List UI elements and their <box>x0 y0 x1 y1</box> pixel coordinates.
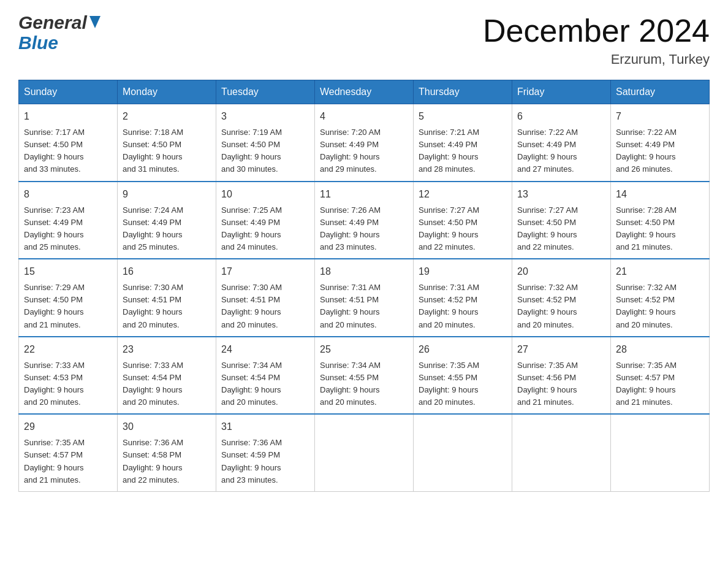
day-info: Sunrise: 7:35 AMSunset: 4:56 PMDaylight:… <box>517 361 578 407</box>
day-info: Sunrise: 7:33 AMSunset: 4:53 PMDaylight:… <box>24 361 85 407</box>
day-info: Sunrise: 7:34 AMSunset: 4:55 PMDaylight:… <box>320 361 381 407</box>
day-number: 3 <box>221 109 309 124</box>
day-info: Sunrise: 7:22 AMSunset: 4:49 PMDaylight:… <box>517 128 578 174</box>
day-number: 24 <box>221 342 309 357</box>
day-info: Sunrise: 7:36 AMSunset: 4:58 PMDaylight:… <box>123 438 183 484</box>
logo-blue-text: Blue <box>18 33 58 53</box>
day-info: Sunrise: 7:21 AMSunset: 4:49 PMDaylight:… <box>419 128 479 174</box>
table-row: 21 Sunrise: 7:32 AMSunset: 4:52 PMDaylig… <box>611 259 710 337</box>
col-thursday: Thursday <box>414 80 512 104</box>
calendar-header-row: Sunday Monday Tuesday Wednesday Thursday… <box>19 80 710 104</box>
svg-marker-0 <box>89 16 100 28</box>
table-row: 31 Sunrise: 7:36 AMSunset: 4:59 PMDaylig… <box>216 414 315 491</box>
day-info: Sunrise: 7:20 AMSunset: 4:49 PMDaylight:… <box>320 128 381 174</box>
table-row: 13 Sunrise: 7:27 AMSunset: 4:50 PMDaylig… <box>512 182 611 259</box>
col-sunday: Sunday <box>19 80 118 104</box>
table-row: 19 Sunrise: 7:31 AMSunset: 4:52 PMDaylig… <box>414 259 512 337</box>
table-row: 10 Sunrise: 7:25 AMSunset: 4:49 PMDaylig… <box>216 182 315 259</box>
table-row: 11 Sunrise: 7:26 AMSunset: 4:49 PMDaylig… <box>315 182 414 259</box>
calendar-table: Sunday Monday Tuesday Wednesday Thursday… <box>18 80 710 492</box>
day-info: Sunrise: 7:31 AMSunset: 4:52 PMDaylight:… <box>419 283 479 329</box>
table-row: 25 Sunrise: 7:34 AMSunset: 4:55 PMDaylig… <box>315 337 414 415</box>
week-row-4: 22 Sunrise: 7:33 AMSunset: 4:53 PMDaylig… <box>19 337 710 415</box>
table-row <box>315 414 414 491</box>
col-monday: Monday <box>118 80 216 104</box>
day-number: 11 <box>320 187 408 202</box>
day-info: Sunrise: 7:34 AMSunset: 4:54 PMDaylight:… <box>221 361 282 407</box>
day-info: Sunrise: 7:18 AMSunset: 4:50 PMDaylight:… <box>123 128 183 174</box>
day-info: Sunrise: 7:35 AMSunset: 4:57 PMDaylight:… <box>24 438 85 484</box>
table-row: 1 Sunrise: 7:17 AMSunset: 4:50 PMDayligh… <box>19 104 118 182</box>
day-info: Sunrise: 7:35 AMSunset: 4:55 PMDaylight:… <box>419 361 479 407</box>
table-row: 24 Sunrise: 7:34 AMSunset: 4:54 PMDaylig… <box>216 337 315 415</box>
day-number: 20 <box>517 264 605 279</box>
day-info: Sunrise: 7:26 AMSunset: 4:49 PMDaylight:… <box>320 205 381 251</box>
table-row: 23 Sunrise: 7:33 AMSunset: 4:54 PMDaylig… <box>118 337 216 415</box>
table-row: 20 Sunrise: 7:32 AMSunset: 4:52 PMDaylig… <box>512 259 611 337</box>
day-number: 25 <box>320 342 408 357</box>
week-row-5: 29 Sunrise: 7:35 AMSunset: 4:57 PMDaylig… <box>19 414 710 491</box>
table-row: 26 Sunrise: 7:35 AMSunset: 4:55 PMDaylig… <box>414 337 512 415</box>
day-number: 8 <box>24 187 112 202</box>
day-number: 26 <box>419 342 507 357</box>
table-row: 14 Sunrise: 7:28 AMSunset: 4:50 PMDaylig… <box>611 182 710 259</box>
table-row: 29 Sunrise: 7:35 AMSunset: 4:57 PMDaylig… <box>19 414 118 491</box>
day-info: Sunrise: 7:32 AMSunset: 4:52 PMDaylight:… <box>616 283 677 329</box>
day-number: 9 <box>123 187 211 202</box>
col-tuesday: Tuesday <box>216 80 315 104</box>
table-row: 28 Sunrise: 7:35 AMSunset: 4:57 PMDaylig… <box>611 337 710 415</box>
week-row-2: 8 Sunrise: 7:23 AMSunset: 4:49 PMDayligh… <box>19 182 710 259</box>
week-row-1: 1 Sunrise: 7:17 AMSunset: 4:50 PMDayligh… <box>19 104 710 182</box>
table-row: 5 Sunrise: 7:21 AMSunset: 4:49 PMDayligh… <box>414 104 512 182</box>
day-info: Sunrise: 7:17 AMSunset: 4:50 PMDaylight:… <box>24 128 85 174</box>
day-info: Sunrise: 7:30 AMSunset: 4:51 PMDaylight:… <box>123 283 183 329</box>
table-row <box>611 414 710 491</box>
logo: General Blue <box>18 12 100 53</box>
location: Erzurum, Turkey <box>483 52 710 67</box>
table-row: 3 Sunrise: 7:19 AMSunset: 4:50 PMDayligh… <box>216 104 315 182</box>
table-row <box>414 414 512 491</box>
col-saturday: Saturday <box>611 80 710 104</box>
day-info: Sunrise: 7:27 AMSunset: 4:50 PMDaylight:… <box>517 205 578 251</box>
day-number: 30 <box>123 419 211 434</box>
month-title: December 2024 <box>483 12 710 49</box>
day-number: 2 <box>123 109 211 124</box>
day-number: 10 <box>221 187 309 202</box>
day-number: 1 <box>24 109 112 124</box>
day-number: 16 <box>123 264 211 279</box>
table-row: 15 Sunrise: 7:29 AMSunset: 4:50 PMDaylig… <box>19 259 118 337</box>
day-number: 22 <box>24 342 112 357</box>
table-row: 6 Sunrise: 7:22 AMSunset: 4:49 PMDayligh… <box>512 104 611 182</box>
day-number: 6 <box>517 109 605 124</box>
day-number: 7 <box>616 109 704 124</box>
table-row: 2 Sunrise: 7:18 AMSunset: 4:50 PMDayligh… <box>118 104 216 182</box>
day-number: 12 <box>419 187 507 202</box>
day-number: 28 <box>616 342 704 357</box>
col-friday: Friday <box>512 80 611 104</box>
day-number: 18 <box>320 264 408 279</box>
day-info: Sunrise: 7:33 AMSunset: 4:54 PMDaylight:… <box>123 361 183 407</box>
day-number: 5 <box>419 109 507 124</box>
table-row: 9 Sunrise: 7:24 AMSunset: 4:49 PMDayligh… <box>118 182 216 259</box>
table-row: 18 Sunrise: 7:31 AMSunset: 4:51 PMDaylig… <box>315 259 414 337</box>
day-number: 21 <box>616 264 704 279</box>
day-info: Sunrise: 7:19 AMSunset: 4:50 PMDaylight:… <box>221 128 282 174</box>
day-number: 23 <box>123 342 211 357</box>
table-row <box>512 414 611 491</box>
day-info: Sunrise: 7:29 AMSunset: 4:50 PMDaylight:… <box>24 283 85 329</box>
table-row: 27 Sunrise: 7:35 AMSunset: 4:56 PMDaylig… <box>512 337 611 415</box>
day-info: Sunrise: 7:24 AMSunset: 4:49 PMDaylight:… <box>123 205 183 251</box>
table-row: 12 Sunrise: 7:27 AMSunset: 4:50 PMDaylig… <box>414 182 512 259</box>
table-row: 17 Sunrise: 7:30 AMSunset: 4:51 PMDaylig… <box>216 259 315 337</box>
table-row: 8 Sunrise: 7:23 AMSunset: 4:49 PMDayligh… <box>19 182 118 259</box>
table-row: 4 Sunrise: 7:20 AMSunset: 4:49 PMDayligh… <box>315 104 414 182</box>
week-row-3: 15 Sunrise: 7:29 AMSunset: 4:50 PMDaylig… <box>19 259 710 337</box>
table-row: 16 Sunrise: 7:30 AMSunset: 4:51 PMDaylig… <box>118 259 216 337</box>
logo-general-text: General <box>18 12 87 33</box>
day-number: 4 <box>320 109 408 124</box>
day-info: Sunrise: 7:27 AMSunset: 4:50 PMDaylight:… <box>419 205 479 251</box>
day-info: Sunrise: 7:30 AMSunset: 4:51 PMDaylight:… <box>221 283 282 329</box>
day-info: Sunrise: 7:35 AMSunset: 4:57 PMDaylight:… <box>616 361 677 407</box>
table-row: 7 Sunrise: 7:22 AMSunset: 4:49 PMDayligh… <box>611 104 710 182</box>
title-section: December 2024 Erzurum, Turkey <box>483 12 710 67</box>
